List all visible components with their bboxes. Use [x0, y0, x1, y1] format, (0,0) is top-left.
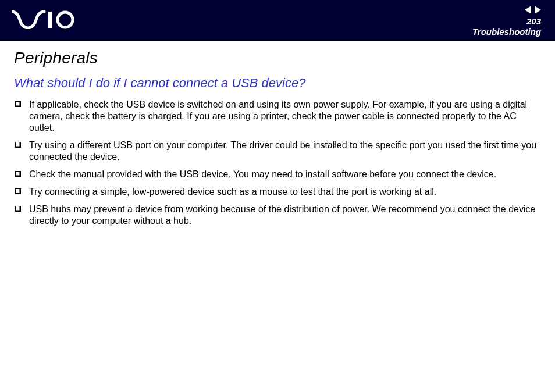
- header-bar: 203 Troubleshooting: [0, 0, 555, 41]
- bullet-icon: [15, 101, 21, 107]
- nav-arrows: [525, 6, 541, 14]
- page-number: 203: [526, 16, 541, 26]
- list-item: Check the manual provided with the USB d…: [14, 169, 541, 180]
- list-item: If applicable, check the USB device is s…: [14, 99, 541, 134]
- list-item-text: Check the manual provided with the USB d…: [29, 169, 541, 180]
- list-item-text: Try connecting a simple, low-powered dev…: [29, 186, 541, 198]
- question-heading: What should I do if I cannot connect a U…: [14, 76, 541, 91]
- bullet-icon: [15, 206, 21, 212]
- bullet-icon: [15, 142, 21, 148]
- list-item-text: Try using a different USB port on your c…: [29, 140, 541, 163]
- list-item-text: If applicable, check the USB device is s…: [29, 99, 541, 134]
- section-label: Troubleshooting: [472, 27, 541, 37]
- prev-page-icon[interactable]: [525, 6, 531, 14]
- bullet-icon: [15, 188, 21, 194]
- list-item-text: USB hubs may prevent a device from worki…: [29, 204, 541, 227]
- vaio-logo: [12, 10, 76, 31]
- list-item: Try using a different USB port on your c…: [14, 140, 541, 163]
- svg-rect-0: [48, 12, 52, 28]
- list-item: USB hubs may prevent a device from worki…: [14, 204, 541, 227]
- page-title: Peripherals: [14, 49, 541, 67]
- bullet-icon: [15, 171, 21, 177]
- next-page-icon[interactable]: [535, 6, 541, 14]
- list-item: Try connecting a simple, low-powered dev…: [14, 186, 541, 198]
- content-area: Peripherals What should I do if I cannot…: [0, 41, 555, 227]
- svg-point-1: [58, 12, 73, 27]
